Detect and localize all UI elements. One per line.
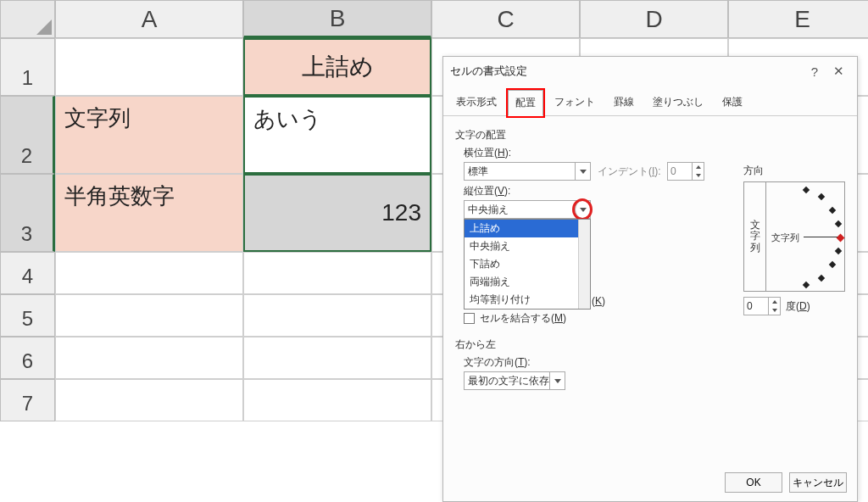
col-header-d[interactable]: D [580,0,728,38]
dropdown-scrollbar[interactable] [578,220,590,309]
cell-b7[interactable] [243,379,431,421]
indent-label: インデント(I): [598,165,661,177]
checkbox-icon[interactable] [464,313,475,324]
spin-up-icon[interactable] [769,298,780,306]
cell-b1[interactable]: 上詰め [243,38,431,96]
option-top[interactable]: 上詰め [465,220,590,237]
indent-spinner[interactable]: 0 [667,162,704,181]
horizontal-align-combo[interactable]: 標準 [464,162,591,181]
ok-button[interactable]: OK [725,472,782,493]
col-header-b[interactable]: B [243,0,431,38]
orientation-panel: 方向 文 字 列 文字列 [743,160,845,315]
cell-a5[interactable] [55,294,243,337]
vertical-align-dropdown[interactable]: 上詰め 中央揃え 下詰め 両端揃え 均等割り付け [464,219,591,310]
cancel-button[interactable]: キャンセル [789,472,847,493]
option-distributed[interactable]: 均等割り付け [465,291,590,309]
orientation-handle[interactable] [837,234,845,243]
cell-b5[interactable] [243,294,431,337]
dialog-tabs: 表示形式 配置 フォント 罫線 塗りつぶし 保護 [443,86,857,116]
dialog-titlebar[interactable]: セルの書式設定 ? ✕ [443,57,857,86]
row-header-6[interactable]: 6 [0,337,55,379]
chevron-down-icon[interactable] [575,201,590,218]
text-alignment-group: 文字の配置 [455,128,845,142]
orientation-dial[interactable]: 文字列 [766,182,844,291]
orientation-dial-label: 文字列 [771,231,799,244]
orientation-group: 方向 [743,164,845,178]
option-middle[interactable]: 中央揃え [465,237,590,255]
text-direction-label: 文字の方向(T): [464,355,845,370]
tab-alignment[interactable]: 配置 [508,90,543,116]
cell-a2[interactable]: 文字列 [55,96,243,174]
cell-b3[interactable]: 123 [243,174,431,252]
tab-font[interactable]: フォント [547,89,603,115]
tab-fill[interactable]: 塗りつぶし [645,89,711,115]
cell-a1[interactable] [55,38,243,96]
spin-up-icon[interactable] [693,163,704,171]
chevron-down-icon[interactable] [549,372,565,389]
col-header-c[interactable]: C [431,0,580,38]
dialog-title: セルの書式設定 [450,64,527,79]
help-icon[interactable]: ? [803,64,826,79]
tab-protection[interactable]: 保護 [715,89,750,115]
spin-down-icon[interactable] [769,306,780,315]
tab-number[interactable]: 表示形式 [448,89,504,115]
select-all-corner[interactable] [0,0,55,38]
vertical-text-button[interactable]: 文 字 列 [744,182,766,291]
orientation-box[interactable]: 文 字 列 文字列 [743,181,845,292]
row-header-2[interactable]: 2 [0,96,55,174]
tab-border[interactable]: 罫線 [606,89,642,115]
close-icon[interactable]: ✕ [826,64,850,79]
cell-a3[interactable]: 半角英数字 [55,174,243,252]
row-header-5[interactable]: 5 [0,294,55,337]
row-header-4[interactable]: 4 [0,252,55,294]
vertical-align-combo[interactable]: 中央揃え [464,200,591,219]
rtl-group: 右から左 [455,337,845,352]
cell-a7[interactable] [55,379,243,421]
horizontal-label: 横位置(H): [464,146,845,160]
option-bottom[interactable]: 下詰め [465,255,590,273]
text-direction-combo[interactable]: 最初の文字に依存 [464,371,565,390]
row-header-3[interactable]: 3 [0,174,55,252]
chevron-down-icon[interactable] [575,163,590,180]
option-justify[interactable]: 両端揃え [465,273,590,291]
row-header-7[interactable]: 7 [0,379,55,421]
row-header-1[interactable]: 1 [0,38,55,96]
cell-b4[interactable] [243,252,431,294]
format-cells-dialog: セルの書式設定 ? ✕ 表示形式 配置 フォント 罫線 塗りつぶし 保護 文字の… [442,56,858,502]
cell-b2[interactable]: あいう [243,96,431,174]
cell-a4[interactable] [55,252,243,294]
orientation-degree-spinner[interactable]: 0 [743,297,781,315]
degree-label: 度(D) [786,299,810,314]
col-header-e[interactable]: E [728,0,868,38]
col-header-a[interactable]: A [55,0,243,38]
cell-a6[interactable] [55,337,243,379]
cell-b6[interactable] [243,337,431,379]
spin-down-icon[interactable] [693,171,704,180]
